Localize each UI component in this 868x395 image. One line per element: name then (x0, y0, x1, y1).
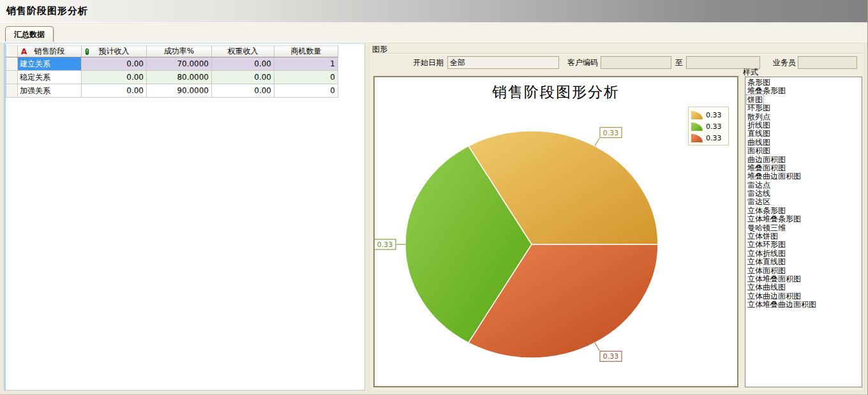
style-list-item[interactable]: 曲线图 (747, 138, 862, 147)
window-titlebar: 销售阶段图形分析 (0, 0, 867, 23)
cell-expected[interactable]: 0.00 (82, 57, 147, 71)
text-type-icon: A (21, 47, 27, 56)
cell-weighted[interactable]: 0.00 (212, 57, 274, 71)
style-list-item[interactable]: 立体堆叠面积图 (747, 275, 862, 283)
style-list-item[interactable]: 堆叠条形图 (747, 87, 862, 95)
pie-label-callout-line (595, 343, 599, 350)
legend-item: 0.33 (691, 109, 726, 121)
tab-summary-data[interactable]: 汇总数据 (5, 26, 54, 42)
pie-value-label: 0.33 (377, 241, 393, 249)
row-selector-header (6, 46, 18, 57)
style-list-item[interactable]: 立体直线图 (747, 258, 862, 266)
summary-table-panel: A销售阶段 预计收入 成功率% 权重收入 商机数量 建立关系 0.00 70.0… (4, 43, 365, 391)
style-list-item[interactable]: 立体饼图 (747, 232, 862, 241)
pie-value-label: 0.33 (603, 352, 619, 361)
style-list-item[interactable]: 立体条形图 (747, 207, 862, 215)
page-title: 销售阶段图形分析 (6, 5, 88, 17)
legend-item: 0.33 (691, 121, 726, 132)
cell-weighted[interactable]: 0.00 (212, 71, 274, 84)
graph-panel: 图形 开始日期 客户编码 至 业务员 0.330.330.33 销售阶段图形分析… (369, 43, 865, 392)
style-list-item[interactable]: 面积图 (747, 147, 862, 155)
chart-area: 0.330.330.33 销售阶段图形分析 0.33 0.33 0.33 (373, 76, 738, 387)
style-list-item[interactable]: 立体环形图 (747, 241, 862, 249)
cell-success[interactable]: 70.0000 (147, 57, 212, 71)
group-divider (371, 53, 863, 54)
chart-legend: 0.33 0.33 0.33 (688, 107, 729, 145)
style-list-item[interactable]: 立体堆叠条形图 (747, 215, 862, 223)
col-header-stage[interactable]: A销售阶段 (18, 46, 82, 57)
style-list-item[interactable]: 曼哈顿三维 (747, 224, 862, 232)
numeric-type-icon (86, 48, 89, 55)
summary-table: A销售阶段 预计收入 成功率% 权重收入 商机数量 建立关系 0.00 70.0… (6, 45, 338, 98)
table-row[interactable]: 加强关系 0.00 90.0000 0.00 0 (6, 84, 338, 98)
cell-stage[interactable]: 建立关系 (18, 57, 82, 71)
style-list-item[interactable]: 立体曲线图 (747, 283, 862, 292)
table-row[interactable]: 建立关系 0.00 70.0000 0.00 1 (6, 57, 338, 71)
cell-stage[interactable]: 加强关系 (18, 84, 82, 98)
style-list-item[interactable]: 立体折线图 (747, 250, 862, 258)
style-list-item[interactable]: 雷达点 (747, 181, 862, 190)
pie-value-label: 0.33 (603, 129, 619, 137)
tab-strip: 汇总数据 (0, 24, 867, 42)
cell-expected[interactable]: 0.00 (82, 84, 147, 98)
salesman-input (798, 56, 857, 69)
style-list-item[interactable]: 环形图 (747, 104, 862, 112)
cell-count[interactable]: 0 (274, 71, 338, 84)
cell-success[interactable]: 80.0000 (147, 71, 212, 84)
style-list-item[interactable]: 散列点 (747, 113, 862, 121)
customer-code-input (601, 56, 671, 69)
col-header-weighted[interactable]: 权重收入 (212, 46, 274, 57)
style-list-item[interactable]: 雷达线 (747, 190, 862, 198)
col-header-count[interactable]: 商机数量 (274, 46, 338, 57)
style-list-item[interactable]: 立体曲边面积图 (747, 292, 862, 301)
style-list-item[interactable]: 雷达区 (747, 198, 862, 206)
style-list-item[interactable]: 直线图 (747, 130, 862, 138)
style-list-item[interactable]: 堆叠曲边面积图 (747, 172, 862, 181)
style-list-item[interactable]: 堆叠面积图 (747, 164, 862, 172)
cell-stage[interactable]: 稳定关系 (18, 71, 82, 84)
legend-swatch-icon (691, 134, 703, 142)
style-list-item[interactable]: 立体面积图 (747, 267, 862, 275)
table-row[interactable]: 稳定关系 0.00 80.0000 0.00 0 (6, 71, 338, 84)
cell-expected[interactable]: 0.00 (82, 71, 147, 84)
style-list-item[interactable]: 立体堆叠曲边面积图 (747, 301, 862, 309)
app-window: 销售阶段图形分析 汇总数据 A销售阶段 预计收入 成功率% 权重收入 商机数量 (0, 0, 868, 395)
cell-success[interactable]: 90.0000 (147, 84, 212, 98)
legend-swatch-icon (691, 123, 703, 131)
cell-count[interactable]: 0 (274, 84, 338, 98)
table-header-row: A销售阶段 预计收入 成功率% 权重收入 商机数量 (6, 46, 338, 57)
style-list-item[interactable]: 曲边面积图 (747, 156, 862, 164)
legend-swatch-icon (691, 111, 703, 119)
col-header-expected[interactable]: 预计收入 (82, 46, 147, 57)
legend-item: 0.33 (691, 132, 726, 144)
cell-count[interactable]: 1 (274, 57, 338, 71)
chart-title: 销售阶段图形分析 (375, 82, 737, 102)
row-selector[interactable] (6, 71, 18, 84)
style-list[interactable]: 条形图堆叠条形图饼图环形图散列点折线图直线图曲线图面积图曲边面积图堆叠面积图堆叠… (745, 77, 862, 387)
pie-chart[interactable]: 0.330.330.33 (375, 77, 737, 386)
style-list-item[interactable]: 折线图 (747, 121, 862, 130)
customer-code-label: 客户编码 (561, 56, 598, 69)
to-label: 至 (674, 56, 684, 69)
cell-weighted[interactable]: 0.00 (212, 84, 274, 98)
pie-label-callout-line (595, 138, 599, 146)
start-date-label: 开始日期 (407, 56, 444, 69)
style-list-item[interactable]: 饼图 (747, 96, 862, 104)
row-selector[interactable] (6, 84, 18, 98)
row-selector[interactable] (6, 57, 18, 71)
style-list-item[interactable]: 条形图 (747, 78, 862, 87)
salesman-label: 业务员 (769, 56, 796, 69)
tab-divider (0, 41, 867, 42)
col-header-success[interactable]: 成功率% (147, 46, 212, 57)
start-date-input[interactable] (447, 56, 559, 69)
